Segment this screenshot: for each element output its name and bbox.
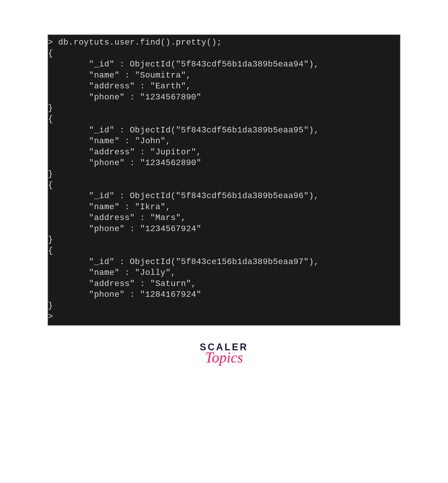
record-address: "address" : "Saturn",: [48, 279, 196, 288]
brace-open: {: [48, 180, 53, 190]
brace-close: }: [48, 103, 53, 113]
brace-close: }: [48, 169, 53, 179]
record-id: "_id" : ObjectId("5f843cdf56b1da389b5eaa…: [48, 126, 319, 135]
record-name: "name" : "John",: [48, 136, 171, 146]
prompt-line: > db.roytuts.user.find().pretty();: [48, 38, 222, 47]
end-prompt: >: [48, 312, 53, 321]
record-id: "_id" : ObjectId("5f843cdf56b1da389b5eaa…: [48, 60, 319, 69]
brace-open: {: [48, 49, 53, 58]
record-address: "address" : "Mars",: [48, 213, 186, 222]
record-id: "_id" : ObjectId("5f843cdf56b1da389b5eaa…: [48, 191, 319, 200]
record-address: "address" : "Jupitor",: [48, 147, 201, 157]
record-name: "name" : "Soumitra",: [48, 71, 191, 80]
record-phone: "phone" : "1234567924": [48, 224, 201, 233]
logo-line-2: Topics: [47, 349, 401, 366]
brace-close: }: [48, 235, 53, 244]
terminal-output: > db.roytuts.user.find().pretty(); { "_i…: [48, 37, 397, 322]
brace-close: }: [48, 301, 53, 310]
record-address: "address" : "Earth",: [48, 82, 191, 91]
record-phone: "phone" : "1284167924": [48, 290, 201, 299]
record-name: "name" : "Ikra",: [48, 202, 171, 212]
brace-open: {: [48, 246, 53, 255]
record-phone: "phone" : "1234567890": [48, 93, 201, 102]
brace-open: {: [48, 114, 53, 124]
record-id: "_id" : ObjectId("5f843ce156b1da389b5eaa…: [48, 257, 319, 266]
record-phone: "phone" : "1234562890": [48, 158, 201, 168]
brand-logo: SCALER Topics: [47, 342, 401, 366]
record-name: "name" : "Jolly",: [48, 268, 176, 277]
terminal-window: > db.roytuts.user.find().pretty(); { "_i…: [47, 34, 401, 326]
